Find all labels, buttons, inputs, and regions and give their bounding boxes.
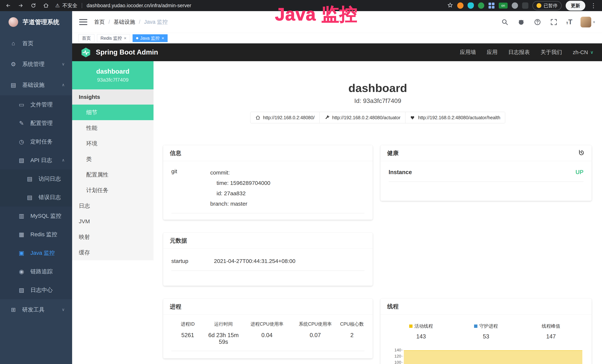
menu-item-caches[interactable]: 缓存: [72, 245, 153, 260]
extension-grid-icon[interactable]: [488, 2, 495, 9]
health-url-link[interactable]: http://192.168.0.2:48080/actuator/health: [405, 112, 505, 123]
menu-item-metrics[interactable]: 性能: [72, 120, 153, 136]
tab-home[interactable]: 首页: [78, 34, 94, 42]
sidebar-item-error-logs[interactable]: ▤ 错误日志: [0, 188, 72, 207]
address-bar[interactable]: ⚠ 不安全 dashboard.yudao.iocoder.cn/infra/a…: [55, 2, 191, 9]
admin-sidebar: 芋道管理系统 ⌂ 首页 ⚙ 系统管理 ∨ ▤ 基础设施 ∧ ▭ 文件管理 ✎: [0, 11, 72, 364]
profile-paused-badge[interactable]: 已暂停: [532, 1, 562, 10]
breadcrumb-home[interactable]: 首页: [94, 18, 105, 26]
active-dot: [136, 37, 138, 39]
insights-menu: 细节 性能 环境 类 配置属性 计划任务: [72, 105, 153, 198]
tab-java-monitor[interactable]: Java 监控 ×: [133, 34, 168, 42]
menu-item-logfile[interactable]: 日志: [72, 198, 153, 214]
close-icon[interactable]: ×: [161, 36, 164, 40]
spring-boot-admin-logo: [81, 47, 91, 57]
mysql-icon: ▥: [17, 213, 26, 219]
wrench-icon: [324, 115, 330, 120]
extension-on-badge[interactable]: on: [499, 3, 508, 9]
sidebar-item-redis-monitor[interactable]: ▦ Redis 监控: [0, 225, 72, 244]
breadcrumb-separator: [139, 19, 140, 25]
back-icon[interactable]: [4, 2, 12, 9]
sidebar-item-log-center[interactable]: ▨ 日志中心: [0, 281, 72, 299]
menu-item-environment[interactable]: 环境: [72, 136, 153, 151]
sidebar-item-api-logs[interactable]: ▧ API 日志 ∧: [0, 151, 72, 170]
error-log-icon: ▤: [26, 194, 34, 201]
search-icon[interactable]: [501, 18, 509, 26]
help-icon[interactable]: [533, 18, 542, 26]
legend-swatch: [474, 324, 477, 328]
url-text: dashboard.yudao.iocoder.cn/infra/admin-s…: [86, 3, 191, 9]
menu-item-jvm[interactable]: JVM: [72, 214, 153, 229]
nav-about[interactable]: 关于我们: [540, 49, 562, 56]
nav-journal[interactable]: 日志报表: [508, 49, 530, 56]
nav-applications[interactable]: 应用: [487, 49, 497, 56]
menu-item-classes[interactable]: 类: [72, 151, 153, 167]
health-instance-label: Instance: [389, 169, 412, 176]
threads-chart: 140 120 100: [389, 348, 583, 364]
bookmark-star-icon[interactable]: [447, 2, 453, 9]
app-logo[interactable]: 芋道管理系统: [0, 11, 72, 33]
extension-icon[interactable]: [512, 2, 518, 9]
refresh-icon[interactable]: [30, 2, 37, 9]
github-icon[interactable]: [517, 18, 525, 26]
sidebar-item-system[interactable]: ⚙ 系统管理 ∨: [0, 54, 72, 75]
process-card: 进程 进程ID 运行时间 进程CPU使用率 系统CPU使用率 CPU核心数: [163, 299, 373, 358]
tab-redis-monitor[interactable]: Redis 监控 ×: [97, 34, 130, 42]
locale-select[interactable]: zh-CN ∨: [573, 49, 593, 55]
instance-header[interactable]: dashboard 93a3fc7f7409: [72, 61, 153, 89]
health-instance-row: Instance UP: [389, 169, 583, 182]
card-title: 元数据: [170, 237, 187, 245]
process-values-row: 5261 6d 23h 15m 59s 0.04 0.07 2: [171, 332, 365, 351]
nav-wallboard[interactable]: 应用墙: [460, 49, 476, 56]
sba-nav: 应用墙 应用 日志报表 关于我们 zh-CN ∨: [460, 49, 593, 56]
file-icon: ▭: [17, 101, 26, 108]
sidebar-item-tracing[interactable]: ◉ 链路追踪: [0, 262, 72, 281]
tabs-bar: 首页 Redis 监控 × Java 监控 ×: [72, 33, 602, 43]
menu-item-scheduled-tasks[interactable]: 计划任务: [72, 182, 153, 198]
browser-menu-icon[interactable]: ⋮: [589, 2, 598, 9]
user-avatar[interactable]: ▾: [580, 17, 595, 27]
extensions-puzzle-icon[interactable]: [522, 2, 528, 9]
chrome-update-button[interactable]: 更新: [566, 1, 585, 11]
close-icon[interactable]: ×: [124, 36, 127, 40]
menu-item-config-properties[interactable]: 配置属性: [72, 167, 153, 182]
font-size-icon[interactable]: тT: [566, 18, 572, 26]
sidebar-item-access-logs[interactable]: ▤ 访问日志: [0, 170, 72, 188]
extension-icon[interactable]: [478, 2, 484, 9]
chart-y-axis: 140 120 100: [389, 348, 403, 364]
actuator-url-link[interactable]: http://192.168.0.2:48080/actuator: [320, 112, 406, 123]
extension-icon[interactable]: [457, 2, 463, 9]
clock-icon: ◷: [17, 138, 26, 145]
sidebar-item-home[interactable]: ⌂ 首页: [0, 33, 72, 54]
sidebar-item-mysql-monitor[interactable]: ▥ MySQL 监控: [0, 207, 72, 225]
sidebar-item-file-management[interactable]: ▭ 文件管理: [0, 95, 72, 114]
fullscreen-icon[interactable]: [550, 18, 558, 26]
brand-title: Spring Boot Admin: [96, 48, 158, 56]
menu-item-mappings[interactable]: 映射: [72, 229, 153, 245]
sidebar-item-java-monitor[interactable]: ▣ Java 监控: [0, 244, 72, 262]
chevron-up-icon: ∧: [62, 158, 65, 163]
sidebar-item-scheduled-jobs[interactable]: ◷ 定时任务: [0, 132, 72, 151]
chevron-up-icon: ∧: [62, 83, 65, 87]
card-title: 进程: [170, 303, 181, 310]
extension-icon[interactable]: [468, 2, 474, 9]
forward-icon[interactable]: [17, 2, 24, 9]
sidebar-collapse-icon[interactable]: [79, 18, 87, 26]
history-icon[interactable]: [578, 149, 585, 157]
sidebar-item-dev-tools[interactable]: ⊞ 研发工具 ∨: [0, 299, 72, 320]
chart-area-series: [404, 350, 582, 364]
sba-sidebar: dashboard 93a3fc7f7409 Insights 细节 性能 环境…: [72, 61, 153, 364]
card-title: 健康: [387, 149, 399, 157]
info-card: 信息 git commit: time: 1596289704000 id: 2…: [163, 145, 373, 220]
service-url-link[interactable]: http://192.168.0.2:48080/: [250, 112, 320, 123]
chart-plot-area: [403, 348, 583, 364]
chevron-down-icon: ∨: [590, 50, 593, 55]
redis-icon: ▦: [17, 231, 26, 238]
sidebar-item-config-management[interactable]: ✎ 配置管理: [0, 114, 72, 132]
sidebar-item-infrastructure[interactable]: ▤ 基础设施 ∧: [0, 75, 72, 95]
breadcrumb-infrastructure[interactable]: 基础设施: [114, 18, 135, 26]
menu-section-insights: Insights: [72, 89, 153, 105]
browser-home-icon[interactable]: [42, 2, 50, 9]
threads-card: 线程 活动线程 143 守护进程 53: [380, 299, 592, 364]
menu-item-details[interactable]: 细节: [72, 105, 153, 120]
